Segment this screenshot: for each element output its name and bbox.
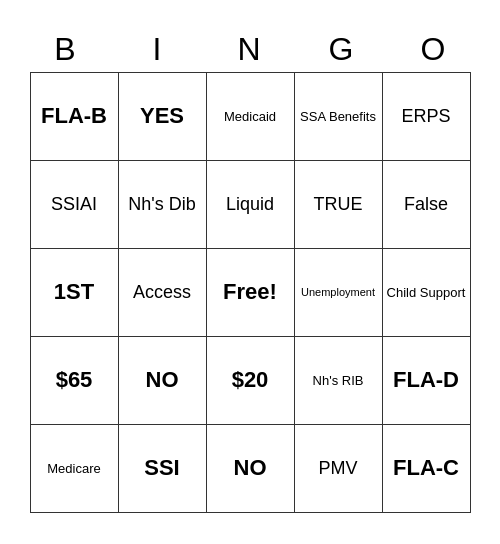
bingo-grid: FLA-BYESMedicaidSSA BenefitsERPSSSIAINh'… bbox=[30, 72, 471, 513]
cell-text-18: Nh's RIB bbox=[313, 373, 364, 389]
bingo-card: BINGO FLA-BYESMedicaidSSA BenefitsERPSSS… bbox=[10, 21, 490, 523]
cell-text-23: PMV bbox=[318, 458, 357, 480]
bingo-cell-19: FLA-D bbox=[383, 337, 471, 425]
bingo-cell-17: $20 bbox=[207, 337, 295, 425]
cell-text-2: Medicaid bbox=[224, 109, 276, 125]
cell-text-13: Unemployment bbox=[301, 286, 375, 299]
bingo-cell-13: Unemployment bbox=[295, 249, 383, 337]
cell-text-0: FLA-B bbox=[41, 103, 107, 129]
header-letter-N: N bbox=[206, 31, 294, 68]
cell-text-16: NO bbox=[146, 367, 179, 393]
cell-text-11: Access bbox=[133, 282, 191, 304]
cell-text-21: SSI bbox=[144, 455, 179, 481]
cell-text-9: False bbox=[404, 194, 448, 216]
bingo-cell-8: TRUE bbox=[295, 161, 383, 249]
header-letter-O: O bbox=[390, 31, 478, 68]
bingo-cell-6: Nh's Dib bbox=[119, 161, 207, 249]
bingo-cell-21: SSI bbox=[119, 425, 207, 513]
cell-text-7: Liquid bbox=[226, 194, 274, 216]
cell-text-14: Child Support bbox=[387, 285, 466, 301]
cell-text-1: YES bbox=[140, 103, 184, 129]
header-letter-B: B bbox=[22, 31, 110, 68]
bingo-cell-12: Free! bbox=[207, 249, 295, 337]
cell-text-22: NO bbox=[234, 455, 267, 481]
bingo-cell-7: Liquid bbox=[207, 161, 295, 249]
bingo-cell-15: $65 bbox=[31, 337, 119, 425]
bingo-cell-5: SSIAI bbox=[31, 161, 119, 249]
bingo-cell-23: PMV bbox=[295, 425, 383, 513]
bingo-cell-18: Nh's RIB bbox=[295, 337, 383, 425]
cell-text-20: Medicare bbox=[47, 461, 100, 477]
header-letter-G: G bbox=[298, 31, 386, 68]
bingo-cell-0: FLA-B bbox=[31, 73, 119, 161]
cell-text-10: 1ST bbox=[54, 279, 94, 305]
cell-text-15: $65 bbox=[56, 367, 93, 393]
bingo-cell-9: False bbox=[383, 161, 471, 249]
bingo-cell-10: 1ST bbox=[31, 249, 119, 337]
cell-text-5: SSIAI bbox=[51, 194, 97, 216]
bingo-cell-1: YES bbox=[119, 73, 207, 161]
bingo-cell-16: NO bbox=[119, 337, 207, 425]
cell-text-3: SSA Benefits bbox=[300, 109, 376, 125]
bingo-cell-24: FLA-C bbox=[383, 425, 471, 513]
bingo-cell-14: Child Support bbox=[383, 249, 471, 337]
cell-text-8: TRUE bbox=[314, 194, 363, 216]
bingo-cell-4: ERPS bbox=[383, 73, 471, 161]
bingo-cell-20: Medicare bbox=[31, 425, 119, 513]
header-letter-I: I bbox=[114, 31, 202, 68]
bingo-cell-2: Medicaid bbox=[207, 73, 295, 161]
cell-text-6: Nh's Dib bbox=[128, 194, 195, 216]
bingo-header: BINGO bbox=[20, 31, 480, 68]
cell-text-4: ERPS bbox=[401, 106, 450, 128]
bingo-cell-22: NO bbox=[207, 425, 295, 513]
cell-text-17: $20 bbox=[232, 367, 269, 393]
bingo-cell-3: SSA Benefits bbox=[295, 73, 383, 161]
cell-text-19: FLA-D bbox=[393, 367, 459, 393]
cell-text-12: Free! bbox=[223, 279, 277, 305]
bingo-cell-11: Access bbox=[119, 249, 207, 337]
cell-text-24: FLA-C bbox=[393, 455, 459, 481]
